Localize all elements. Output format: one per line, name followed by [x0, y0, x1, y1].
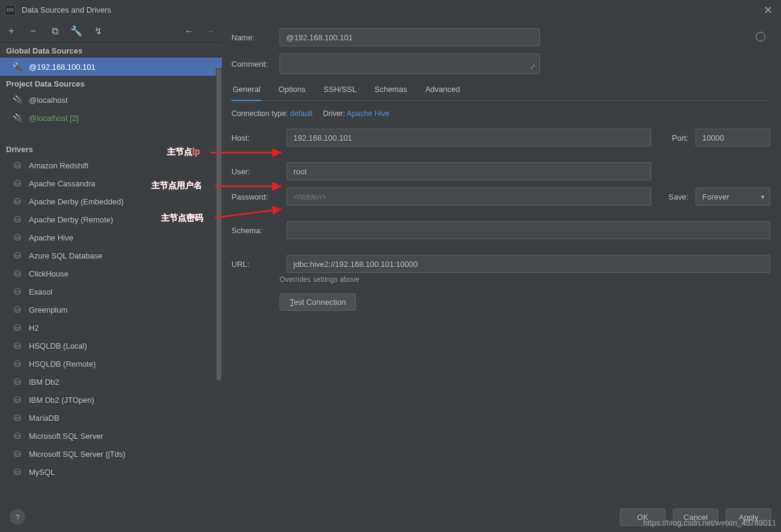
driver-item[interactable]: ⛁ClickHouse — [0, 264, 222, 283]
datasource-item[interactable]: 🔌 @localhost — [0, 91, 222, 109]
driver-label: IBM Db2 (JTOpen) — [29, 396, 94, 405]
driver-item[interactable]: ⛁IBM Db2 — [0, 373, 222, 391]
copy-icon[interactable]: ⧉ — [49, 26, 60, 37]
driver-item[interactable]: ⛁Apache Cassandra — [0, 174, 222, 192]
driver-icon: ⛁ — [12, 449, 23, 459]
datasource-item[interactable]: 🔌 @192.168.100.101 — [0, 58, 222, 76]
conn-type-link[interactable]: default — [290, 109, 313, 118]
tab-ssh-ssl[interactable]: SSH/SSL — [322, 81, 358, 100]
save-label: Save: — [658, 192, 688, 201]
left-scrollbar[interactable] — [216, 68, 222, 502]
help-icon[interactable]: ? — [10, 509, 25, 525]
expand-icon[interactable]: ⤢ — [530, 63, 536, 71]
tab-schemas[interactable]: Schemas — [373, 81, 408, 100]
driver-item[interactable]: ⛁Microsoft SQL Server (jTds) — [0, 445, 222, 463]
remove-icon[interactable]: − — [28, 26, 38, 37]
driver-label: MariaDB — [29, 414, 60, 423]
schema-input[interactable] — [287, 221, 770, 239]
name-label: Name: — [231, 33, 280, 42]
driver-icon: ⛁ — [12, 467, 23, 477]
driver-item[interactable]: ⛁Azure SQL Database — [0, 246, 222, 264]
datasource-label: @localhost — [29, 96, 68, 105]
plug-icon: 🔌 — [12, 95, 23, 105]
tab-advanced[interactable]: Advanced — [424, 81, 461, 100]
plug-icon: 🔌 — [12, 62, 23, 72]
driver-label: Apache Cassandra — [29, 179, 96, 188]
driver-icon: ⛁ — [12, 377, 23, 387]
driver-label: Exasol — [29, 287, 52, 296]
schema-label: Schema: — [231, 226, 280, 235]
reset-icon[interactable]: ↯ — [93, 26, 103, 37]
user-label: User: — [231, 167, 280, 176]
driver-item[interactable]: ⛁Apache Hive — [0, 228, 222, 246]
driver-label: Apache Hive — [29, 233, 73, 242]
driver-icon: ⛁ — [12, 233, 23, 242]
driver-icon: ⛁ — [12, 197, 23, 206]
window-title: Data Sources and Drivers — [22, 5, 111, 14]
driver-icon: ⛁ — [12, 251, 23, 260]
driver-icon: ⛁ — [12, 413, 23, 423]
driver-item[interactable]: ⛁Exasol — [0, 283, 222, 301]
driver-item[interactable]: ⛁IBM Db2 (JTOpen) — [0, 391, 222, 409]
wrench-icon[interactable]: 🔧 — [71, 26, 82, 37]
driver-icon: ⛁ — [12, 359, 23, 368]
name-input[interactable] — [280, 28, 540, 46]
forward-icon[interactable]: → — [205, 26, 216, 37]
driver-icon: ⛁ — [12, 323, 23, 332]
driver-icon: ⛁ — [12, 305, 23, 314]
driver-icon: ⛁ — [12, 269, 23, 278]
driver-item[interactable]: ⛁Apache Derby (Remote) — [0, 210, 222, 228]
url-label: URL: — [231, 260, 280, 269]
tabs: General Options SSH/SSL Schemas Advanced — [231, 81, 770, 101]
driver-label: MySQL — [29, 468, 55, 477]
driver-icon: ⛁ — [12, 431, 23, 441]
driver-item[interactable]: ⛁MySQL — [0, 463, 222, 481]
save-select[interactable]: Forever — [696, 188, 770, 206]
driver-label: ClickHouse — [29, 269, 69, 278]
driver-item[interactable]: ⛁H2 — [0, 319, 222, 337]
driver-label: Apache Derby (Remote) — [29, 215, 113, 224]
url-helper: Overrides settings above — [280, 275, 770, 284]
driver-label: Microsoft SQL Server — [29, 432, 103, 441]
url-input[interactable] — [287, 255, 770, 273]
close-icon[interactable]: ✕ — [760, 4, 776, 17]
driver-item[interactable]: ⛁Greenplum — [0, 301, 222, 319]
host-label: Host: — [231, 133, 280, 142]
user-input[interactable] — [287, 162, 651, 180]
driver-label: Amazon Redshift — [29, 161, 88, 170]
password-input[interactable] — [287, 188, 651, 206]
driver-icon: ⛁ — [12, 161, 23, 170]
watermark: https://blog.csdn.net/weixin_45749011 — [643, 518, 776, 527]
driver-item[interactable]: ⛁Microsoft SQL Server — [0, 427, 222, 445]
port-label: Port: — [658, 133, 688, 142]
driver-item[interactable]: ⛁HSQLDB (Local) — [0, 337, 222, 355]
host-input[interactable] — [287, 129, 651, 147]
datasource-label: @localhost [2] — [29, 114, 79, 123]
back-icon[interactable]: ← — [183, 26, 194, 37]
port-input[interactable] — [696, 129, 770, 147]
global-sources-header: Global Data Sources — [0, 43, 222, 58]
driver-label: H2 — [29, 323, 39, 332]
tab-general[interactable]: General — [231, 81, 262, 101]
driver-icon: ⛁ — [12, 215, 23, 224]
driver-label: Azure SQL Database — [29, 251, 102, 260]
tab-options[interactable]: Options — [277, 81, 307, 100]
driver-icon: ⛁ — [12, 341, 23, 350]
test-connection-button[interactable]: Test Connection — [280, 293, 356, 311]
color-picker-icon[interactable] — [756, 32, 765, 41]
comment-input[interactable]: ⤢ — [280, 54, 540, 74]
datasource-item[interactable]: 🔌 @localhost [2] — [0, 109, 222, 127]
driver-link[interactable]: Apache Hive — [347, 109, 390, 118]
comment-label: Comment: — [231, 60, 280, 69]
driver-item[interactable]: ⛁MariaDB — [0, 409, 222, 427]
driver-label: Driver: — [323, 109, 345, 118]
password-label: Password: — [231, 192, 280, 201]
driver-label: IBM Db2 — [29, 378, 60, 387]
driver-label: Apache Derby (Embedded) — [29, 197, 124, 206]
driver-item[interactable]: ⛁HSQLDB (Remote) — [0, 355, 222, 373]
driver-item[interactable]: ⛁Apache Derby (Embedded) — [0, 192, 222, 210]
driver-label: HSQLDB (Remote) — [29, 359, 96, 368]
driver-item[interactable]: ⛁Amazon Redshift — [0, 156, 222, 174]
add-icon[interactable]: ＋ — [6, 26, 17, 37]
project-sources-header: Project Data Sources — [0, 76, 222, 91]
